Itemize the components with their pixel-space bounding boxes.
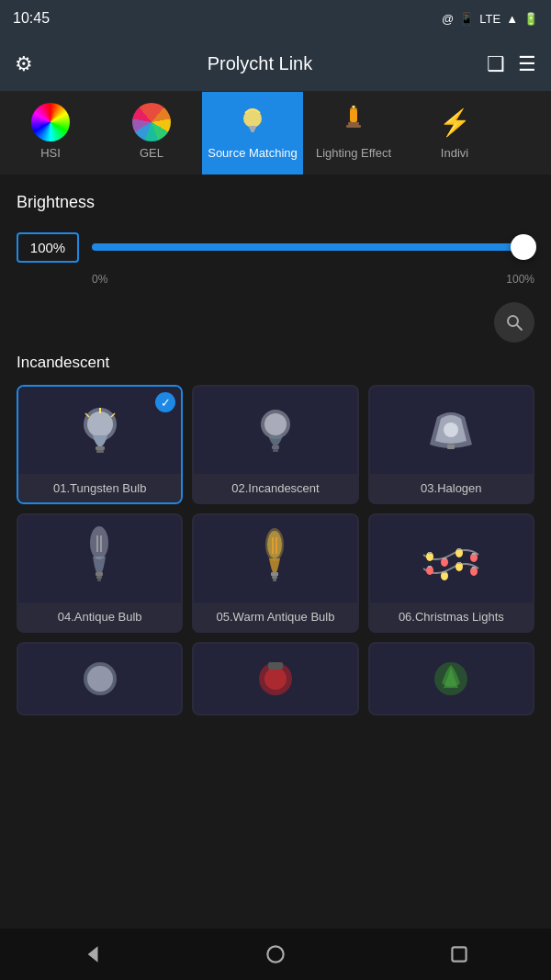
slider-thumb: [511, 234, 536, 260]
light-card-label-3: 03.Halogen: [370, 474, 533, 502]
light-icon-antique: [18, 515, 181, 603]
tab-lighting-effect-label: Lighting Effect: [316, 147, 391, 160]
document-icon[interactable]: ❑: [487, 52, 505, 76]
sim-icon: 📱: [459, 12, 474, 26]
search-row: [17, 302, 534, 343]
light-card-label-1: 01.Tungsten Bulb: [18, 474, 181, 502]
svg-rect-60: [452, 947, 466, 961]
tab-hsi[interactable]: HSI: [0, 92, 101, 175]
light-card-9[interactable]: [368, 642, 534, 715]
hsi-color-wheel: [31, 103, 70, 141]
light-card-5[interactable]: 05.Warm Antique Bulb: [192, 513, 358, 633]
status-bar-icons: @ 📱 LTE ▲ 🔋: [442, 12, 538, 26]
source-matching-icon: [233, 103, 272, 141]
tab-gel-label: GEL: [140, 147, 163, 160]
svg-point-11: [87, 411, 113, 437]
main-content: Brightness 100% 0% 100% Incandescent: [0, 175, 551, 929]
svg-rect-43: [472, 553, 476, 555]
light-card-label-5: 05.Warm Antique Bulb: [194, 603, 356, 631]
light-card-label-2: 02.Incandescent: [194, 474, 356, 502]
light-card-2[interactable]: 02.Incandescent: [192, 385, 358, 504]
tab-indivi-label: Indivi: [441, 147, 468, 160]
indivi-icon: ⚡: [435, 103, 474, 141]
status-bar: 10:45 @ 📱 LTE ▲ 🔋: [0, 0, 551, 37]
svg-point-59: [267, 946, 283, 962]
svg-rect-7: [346, 125, 361, 128]
settings-icon[interactable]: ⚙: [15, 52, 33, 76]
at-icon: @: [442, 12, 454, 26]
brightness-row: 100%: [17, 227, 534, 267]
recent-icon: [447, 942, 471, 966]
section-title: Incandescent: [17, 354, 534, 372]
light-icon-christmas: [370, 515, 533, 603]
menu-icon[interactable]: ☰: [518, 52, 536, 76]
light-card-7[interactable]: [17, 642, 183, 715]
back-icon: [80, 942, 104, 966]
brightness-label: Brightness: [17, 193, 534, 212]
tab-lighting-effect[interactable]: Lighting Effect: [303, 92, 404, 175]
recent-button[interactable]: [439, 934, 479, 974]
gel-color-wheel: [132, 103, 171, 141]
tab-bar: HSI GEL Source Matching: [0, 92, 551, 175]
svg-rect-26: [97, 579, 101, 581]
battery-icon: 🔋: [523, 12, 538, 26]
app-header: ⚙ Prolycht Link ❑ ☰: [0, 37, 551, 92]
light-icon-9: [370, 644, 533, 714]
header-actions: ❑ ☰: [487, 52, 536, 76]
svg-rect-19: [272, 445, 279, 449]
svg-rect-6: [348, 122, 359, 125]
slider-min-label: 0%: [92, 273, 107, 286]
lighting-effect-icon: [334, 103, 373, 141]
svg-rect-1: [249, 126, 256, 129]
svg-rect-39: [443, 558, 446, 559]
svg-rect-47: [443, 571, 446, 573]
home-button[interactable]: [255, 934, 296, 974]
svg-rect-25: [96, 576, 102, 579]
svg-point-53: [87, 666, 113, 692]
light-card-label-6: 06.Christmas Lights: [370, 603, 533, 631]
svg-rect-45: [428, 566, 432, 568]
svg-rect-33: [273, 579, 276, 581]
back-button[interactable]: [72, 934, 112, 974]
light-icon-incandescent: [194, 387, 356, 474]
svg-rect-56: [268, 662, 283, 670]
svg-rect-37: [428, 552, 432, 554]
svg-rect-20: [273, 449, 278, 452]
svg-rect-3: [251, 130, 254, 132]
light-card-3[interactable]: 03.Halogen: [368, 385, 534, 504]
brightness-section: Brightness 100% 0% 100%: [17, 193, 534, 286]
svg-rect-2: [250, 129, 255, 130]
tab-gel[interactable]: GEL: [101, 92, 202, 175]
svg-rect-51: [472, 567, 476, 569]
brightness-slider[interactable]: [92, 227, 534, 267]
tab-hsi-label: HSI: [40, 147, 61, 160]
svg-rect-32: [272, 576, 277, 579]
svg-point-21: [444, 422, 458, 437]
svg-rect-13: [96, 450, 104, 453]
svg-point-30: [267, 531, 282, 558]
light-card-6[interactable]: 06.Christmas Lights: [368, 513, 534, 633]
slider-track: [92, 243, 534, 251]
svg-point-18: [264, 413, 287, 435]
bottom-navigation: [0, 929, 551, 980]
tab-source-matching-label: Source Matching: [208, 147, 298, 160]
slider-labels: 0% 100%: [17, 273, 534, 286]
home-icon: [264, 942, 287, 966]
svg-point-23: [90, 526, 108, 559]
gel-icon: [132, 103, 171, 141]
signal-icon: ▲: [506, 12, 518, 26]
search-button[interactable]: [494, 302, 534, 343]
svg-rect-49: [457, 562, 461, 564]
status-time: 10:45: [13, 10, 50, 27]
light-card-4[interactable]: 04.Antique Bulb: [17, 513, 183, 633]
svg-marker-58: [88, 946, 98, 962]
svg-rect-22: [447, 445, 455, 449]
lte-icon: LTE: [479, 12, 500, 26]
light-card-1[interactable]: ✓ 01.Tungsten Bulb: [17, 385, 183, 504]
light-icon-8: [194, 644, 356, 714]
tab-indivi[interactable]: ⚡ Indivi: [404, 92, 505, 175]
hsi-icon: [31, 103, 70, 141]
light-card-8[interactable]: [192, 642, 358, 715]
tab-source-matching[interactable]: Source Matching: [202, 92, 303, 175]
light-icon-halogen: [370, 387, 533, 474]
